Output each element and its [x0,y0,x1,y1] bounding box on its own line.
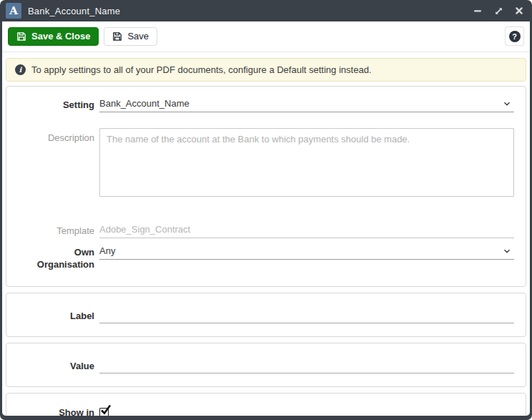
info-icon: i [15,64,26,75]
form-area: i To apply settings to all of your PDF d… [2,52,530,416]
label-panel: Label [6,293,526,337]
description-textarea[interactable] [99,128,514,197]
app-logo-icon: A [6,3,21,19]
template-input [99,221,514,238]
description-label: Description [15,128,99,200]
help-icon: ? [509,31,521,42]
save-icon [112,31,122,41]
chevron-down-icon [503,99,511,108]
setting-panel: Setting Bank_Account_Name [6,86,526,287]
setting-label: Setting [15,95,99,112]
own-organisation-select[interactable]: Any [99,243,514,260]
description-row: Description [15,128,514,200]
chevron-down-icon [503,247,511,255]
show-in-document-row: Show in Document [15,402,514,416]
value-panel: Value [6,343,526,387]
label-row: Label [15,302,514,328]
title-bar: A Bank_Account_Name [0,0,532,21]
minimize-icon[interactable] [472,5,483,16]
maximize-icon[interactable] [493,5,504,16]
info-banner: i To apply settings to all of your PDF d… [6,58,526,82]
own-organisation-row: Own Organisation Any [15,243,514,270]
save-button[interactable]: Save [104,27,157,46]
own-organisation-select-value: Any [99,245,503,256]
show-in-document-panel: Show in Document [6,393,526,416]
save-and-close-label: Save & Close [31,31,90,41]
dialog-content: Save & Close Save ? i To app [2,21,530,416]
setting-row: Setting Bank_Account_Name [15,95,514,112]
info-banner-text: To apply settings to all of your PDF doc… [31,64,371,75]
setting-select[interactable]: Bank_Account_Name [99,95,514,112]
save-icon [16,31,26,41]
template-label: Template [15,221,99,238]
own-organisation-label: Own Organisation [15,243,99,270]
close-icon[interactable] [513,5,525,16]
window-title: Bank_Account_Name [28,6,120,16]
label-input[interactable] [99,306,514,323]
settings-dialog: A Bank_Account_Name [0,0,532,420]
toolbar: Save & Close Save ? [2,21,530,52]
value-input[interactable] [99,356,514,373]
template-row: Template [15,221,514,238]
show-in-document-label: Show in Document [15,406,99,416]
save-and-close-button[interactable]: Save & Close [8,27,99,46]
window-controls [472,5,525,16]
value-field-label: Value [15,356,99,373]
show-in-document-checkbox[interactable] [99,408,109,416]
help-button[interactable]: ? [505,26,524,46]
checkmark-icon [100,404,112,416]
save-label: Save [127,31,149,41]
label-field-label: Label [15,306,99,323]
setting-select-value: Bank_Account_Name [99,98,503,109]
value-row: Value [15,352,514,378]
